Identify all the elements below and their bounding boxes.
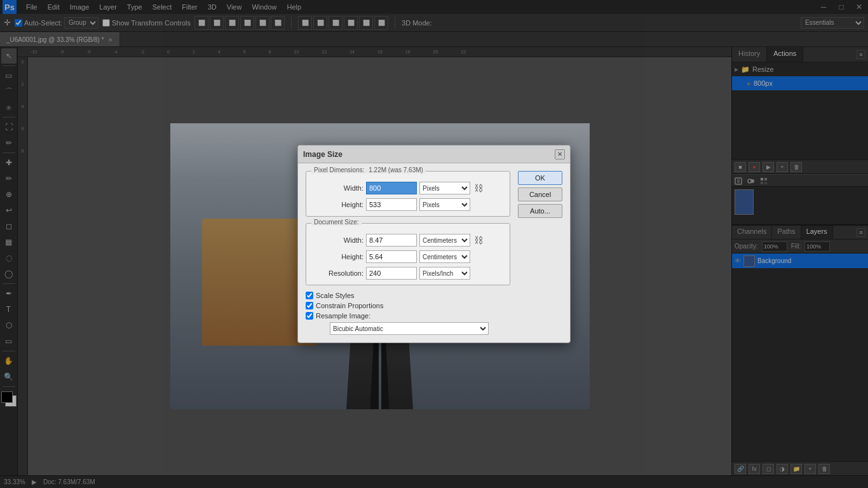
resample-checkbox[interactable] bbox=[306, 312, 313, 320]
pixel-dimensions-section-title: Pixel Dimensions: 1.22M (was 7.63M) bbox=[311, 166, 426, 173]
doc-height-unit[interactable]: Centimeters bbox=[419, 250, 470, 263]
constrain-proportions-row: Constrain Proportions bbox=[306, 302, 510, 309]
doc-height-label: Height: bbox=[313, 253, 363, 261]
doc-resolution-unit[interactable]: Pixels/Inch bbox=[419, 267, 470, 280]
constrain-proportions-checkbox[interactable] bbox=[306, 302, 313, 309]
dialog-form-area: Pixel Dimensions: 1.22M (was 7.63M) Widt… bbox=[306, 171, 510, 335]
dialog-buttons: OK Cancel Auto... bbox=[518, 171, 562, 218]
dialog-title-bar: Image Size ✕ bbox=[298, 146, 570, 163]
doc-resolution-input[interactable] bbox=[366, 267, 417, 280]
doc-resolution-label: Resolution: bbox=[313, 269, 363, 277]
pixel-height-label: Height: bbox=[313, 201, 363, 208]
chain-icon-pixels: ⛓ bbox=[474, 183, 483, 193]
ok-button[interactable]: OK bbox=[518, 171, 562, 185]
scale-styles-checkbox[interactable] bbox=[306, 292, 313, 299]
pixel-width-row: Width: Pixels ⛓ bbox=[313, 182, 503, 194]
pixel-width-input[interactable] bbox=[366, 182, 417, 194]
pixel-height-row: Height: Pixels bbox=[313, 198, 503, 211]
doc-resolution-row: Resolution: Pixels/Inch bbox=[313, 267, 503, 280]
document-size-section: Document Size: Width: Centimeters ⛓ bbox=[306, 223, 510, 285]
dialog-top-section: Pixel Dimensions: 1.22M (was 7.63M) Widt… bbox=[306, 171, 562, 335]
modal-overlay: Image Size ✕ Pixel Dimensions: 1.22M (wa… bbox=[0, 0, 868, 488]
doc-height-input[interactable] bbox=[366, 250, 417, 263]
resample-dropdown[interactable]: Bicubic Automatic bbox=[330, 322, 489, 335]
image-size-dialog: Image Size ✕ Pixel Dimensions: 1.22M (wa… bbox=[297, 145, 571, 343]
doc-width-unit[interactable]: Centimeters bbox=[419, 234, 470, 247]
pixel-dimensions-section: Pixel Dimensions: 1.22M (was 7.63M) Widt… bbox=[306, 171, 510, 217]
document-size-section-title: Document Size: bbox=[311, 219, 362, 226]
chain-icon-doc: ⛓ bbox=[474, 235, 483, 245]
resample-label: Resample Image: bbox=[316, 312, 370, 320]
dialog-body: Pixel Dimensions: 1.22M (was 7.63M) Widt… bbox=[298, 163, 570, 342]
pixel-height-unit[interactable]: Pixels bbox=[419, 198, 470, 211]
doc-width-row: Width: Centimeters ⛓ bbox=[313, 234, 503, 247]
auto-button[interactable]: Auto... bbox=[518, 204, 562, 218]
resample-dropdown-row: Bicubic Automatic bbox=[317, 322, 510, 335]
doc-width-label: Width: bbox=[313, 236, 363, 244]
doc-width-input[interactable] bbox=[366, 234, 417, 247]
doc-height-row: Height: Centimeters bbox=[313, 250, 503, 263]
dialog-close-button[interactable]: ✕ bbox=[555, 149, 565, 159]
pixel-width-unit[interactable]: Pixels bbox=[419, 182, 470, 194]
pixel-width-label: Width: bbox=[313, 184, 363, 192]
constrain-proportions-label: Constrain Proportions bbox=[316, 302, 383, 309]
scale-styles-label: Scale Styles bbox=[316, 292, 355, 299]
cancel-button[interactable]: Cancel bbox=[518, 187, 562, 201]
resample-row: Resample Image: bbox=[306, 312, 510, 320]
dialog-title: Image Size bbox=[303, 150, 342, 159]
pixel-height-input[interactable] bbox=[366, 198, 417, 211]
scale-styles-row: Scale Styles bbox=[306, 292, 510, 299]
